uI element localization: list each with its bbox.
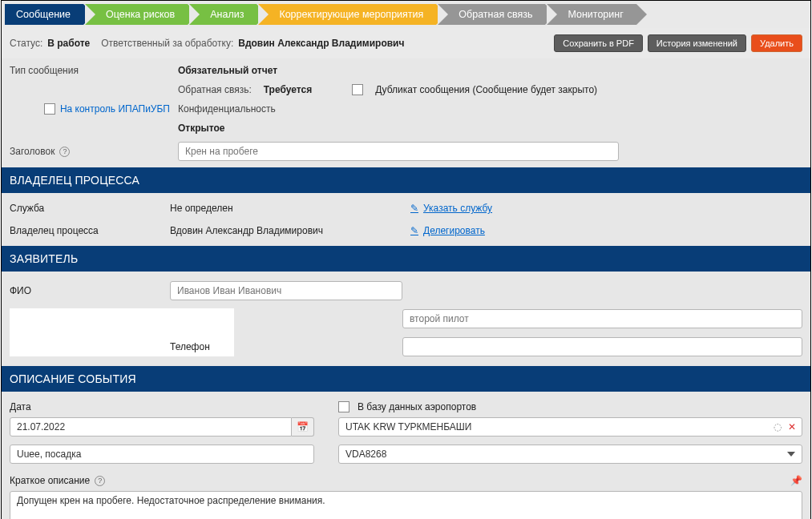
date-label: Дата <box>10 401 314 412</box>
step-label: Анализ <box>210 9 244 20</box>
loading-icon: ◌ <box>774 421 782 432</box>
section-event-header: ОПИСАНИЕ СОБЫТИЯ <box>2 366 810 392</box>
control-checkbox[interactable] <box>44 103 55 115</box>
general-info: Тип сообщения Обязательный отчет Обратна… <box>2 58 810 167</box>
confidentiality-value: Открытое <box>178 123 802 134</box>
help-icon[interactable]: ? <box>59 147 70 157</box>
responsible-label: Ответственный за обработку: <box>101 38 233 49</box>
service-label: Служба <box>10 203 170 214</box>
step-label: Сообщение <box>16 9 71 20</box>
section-applicant-header: ЗАЯВИТЕЛЬ <box>2 246 810 272</box>
link-label: Делегировать <box>423 225 485 236</box>
section-owner: Служба Не определен ✎ Указать службу Вла… <box>2 193 810 246</box>
status-bar: Статус: В работе Ответственный за обрабо… <box>2 28 810 58</box>
step-monitoring[interactable]: Мониторинг <box>547 4 636 25</box>
pencil-icon: ✎ <box>410 203 418 214</box>
step-risk[interactable]: Оценка рисков <box>85 4 188 25</box>
msg-type-value: Обязательный отчет <box>178 65 282 76</box>
pin-icon[interactable]: 📌 <box>790 475 802 486</box>
duplicate-label: Дубликат сообщения (Сообщение будет закр… <box>375 84 597 95</box>
step-label: Оценка рисков <box>106 9 175 20</box>
header-input[interactable] <box>178 142 619 161</box>
duplicate-checkbox[interactable] <box>352 84 363 95</box>
airport-db-label: В базу данных аэропортов <box>358 401 476 412</box>
workflow-stepper: Сообщение Оценка рисков Анализ Корректир… <box>2 1 810 28</box>
delete-button[interactable]: Удалить <box>751 34 802 52</box>
status-value: В работе <box>47 38 90 49</box>
airport-input[interactable] <box>338 417 802 437</box>
control-link[interactable]: На контроль ИПАПиУБП <box>10 103 170 115</box>
responsible-value: Вдовин Александр Владимирович <box>238 38 404 49</box>
owner-label: Владелец процесса <box>10 225 170 236</box>
service-value: Не определен <box>170 203 410 214</box>
brief-textarea[interactable]: Допущен крен на пробеге. Недостаточное р… <box>10 491 802 519</box>
pencil-icon: ✎ <box>410 225 418 236</box>
step-label: Мониторинг <box>568 9 623 20</box>
flight-select[interactable]: VDA8268 <box>338 445 802 464</box>
history-button[interactable]: История изменений <box>648 34 746 52</box>
section-owner-header: ВЛАДЕЛЕЦ ПРОЦЕССА <box>2 167 810 193</box>
clear-icon[interactable]: ✕ <box>788 421 796 432</box>
specify-service-link[interactable]: ✎ Указать службу <box>410 203 802 214</box>
step-label: Обратная связь <box>459 9 532 20</box>
msg-type-label: Тип сообщения <box>10 65 170 76</box>
confidentiality-label: Конфиденциальность <box>178 103 282 115</box>
link-label: Указать службу <box>423 203 492 214</box>
step-message[interactable]: Сообщение <box>5 4 83 25</box>
status-label: Статус: <box>10 38 42 49</box>
phone-input[interactable] <box>402 337 802 356</box>
route-input[interactable] <box>10 445 314 464</box>
step-label: Корректирующие мероприятия <box>279 9 423 20</box>
help-icon[interactable]: ? <box>95 476 105 486</box>
calendar-button[interactable]: 📅 <box>292 417 314 437</box>
date-input[interactable] <box>10 417 292 437</box>
calendar-icon: 📅 <box>297 421 309 432</box>
feedback-value: Требуется <box>264 84 312 95</box>
step-analysis[interactable]: Анализ <box>189 4 257 25</box>
airport-db-checkbox[interactable] <box>338 401 349 412</box>
section-event: Дата 📅 В базу данных аэропортов ◌ ✕ <box>2 392 810 519</box>
header-label: Заголовок <box>10 146 55 157</box>
fio-label: ФИО <box>10 285 170 296</box>
step-corrective[interactable]: Корректирующие мероприятия <box>258 4 436 25</box>
control-label: На контроль ИПАПиУБП <box>60 103 170 115</box>
position-input[interactable] <box>402 309 802 328</box>
brief-label: Краткое описание <box>10 475 90 486</box>
save-pdf-button[interactable]: Сохранить в PDF <box>554 34 643 52</box>
delegate-link[interactable]: ✎ Делегировать <box>410 225 802 236</box>
section-applicant: ФИО Должность Телефон <box>2 272 810 366</box>
feedback-label: Обратная связь: <box>178 84 252 95</box>
fio-input[interactable] <box>170 281 402 300</box>
phone-label: Телефон <box>170 341 402 352</box>
owner-value: Вдовин Александр Владимирович <box>170 225 410 236</box>
step-feedback[interactable]: Обратная связь <box>438 4 545 25</box>
